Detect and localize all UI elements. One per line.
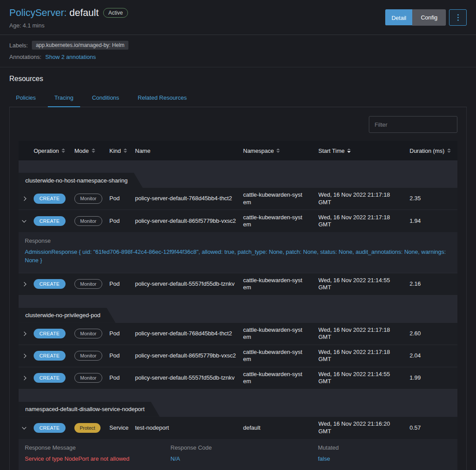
sort-icon xyxy=(124,148,127,153)
table-row[interactable]: CREATE Monitor Pod policy-server-default… xyxy=(19,273,457,295)
name-cell: policy-server-default-865f5779bb-vxsc2 xyxy=(135,352,243,359)
kebab-icon xyxy=(457,14,459,16)
group-band: clusterwide-no-host-namespace-sharing xyxy=(19,160,457,188)
mode-badge: Monitor xyxy=(74,329,102,338)
chevron-down-icon[interactable] xyxy=(22,425,26,429)
table-row[interactable]: CREATE Monitor Pod policy-server-default… xyxy=(19,345,457,367)
labels-row: Labels: app.kubernetes.io/managed-by: He… xyxy=(9,41,467,50)
response-label: Response xyxy=(25,237,451,244)
mode-badge: Monitor xyxy=(74,351,102,361)
config-button[interactable]: Config xyxy=(412,9,446,26)
column-header-namespace[interactable]: Namespace xyxy=(243,148,318,154)
column-label: Duration (ms) xyxy=(410,148,445,154)
response-code-value: N/A xyxy=(170,455,318,463)
label-chip: app.kubernetes.io/managed-by: Helm xyxy=(32,41,128,50)
response-code-label: Response Code xyxy=(170,444,318,451)
chevron-right-icon[interactable] xyxy=(22,353,26,358)
group-tab: clusterwide-no-host-namespace-sharing xyxy=(19,173,143,188)
mutated-value: false xyxy=(318,455,457,463)
sort-icon xyxy=(276,148,280,153)
kind-cell: Pod xyxy=(109,330,135,337)
name-cell: policy-server-default-5557fd55db-tznkv xyxy=(135,280,243,287)
start-time-cell: Wed, 16 Nov 2022 21:17:18 GMT xyxy=(318,349,410,363)
group-name: namespaced-default-disallow-service-node… xyxy=(25,406,145,412)
tab-conditions[interactable]: Conditions xyxy=(85,89,126,107)
chevron-down-icon[interactable] xyxy=(22,218,26,223)
namespace-cell: cattle-kubewarden-system xyxy=(243,349,318,363)
tab-policies[interactable]: Policies xyxy=(9,89,43,107)
name-cell: policy-server-default-5557fd55db-tznkv xyxy=(135,374,243,381)
chevron-right-icon[interactable] xyxy=(22,376,26,380)
header-actions: Detail Config xyxy=(385,9,467,26)
column-header-start-time[interactable]: Start Time xyxy=(318,148,410,154)
kind-cell: Pod xyxy=(109,352,135,359)
column-header-operation[interactable]: Operation xyxy=(34,148,74,154)
masthead-left: PolicyServer: default Active Age: 4.1 mi… xyxy=(9,7,128,29)
column-header-kind[interactable]: Kind xyxy=(109,148,135,154)
tab-related-resources[interactable]: Related Resources xyxy=(131,89,193,107)
row-detail-response: Response Message Service of type NodePor… xyxy=(19,439,457,470)
operation-badge: CREATE xyxy=(34,373,66,383)
mode-badge: Monitor xyxy=(74,279,102,289)
column-label: Namespace xyxy=(243,148,274,154)
resources-tabs-container: Policies Tracing Conditions Related Reso… xyxy=(9,89,467,470)
column-header-name[interactable]: Name xyxy=(135,148,243,154)
annotations-label: Annotations: xyxy=(9,54,41,60)
show-annotations-link[interactable]: Show 2 annotations xyxy=(45,54,96,60)
resources-heading: Resources xyxy=(0,67,476,89)
table-row[interactable]: CREATE Monitor Pod policy-server-default… xyxy=(19,210,457,232)
filter-input[interactable] xyxy=(369,116,457,133)
start-time-cell: Wed, 16 Nov 2022 21:17:18 GMT xyxy=(318,214,410,229)
mode-badge: Monitor xyxy=(74,194,102,203)
duration-cell: 2.60 xyxy=(410,330,457,337)
table-row[interactable]: CREATE Monitor Pod policy-server-default… xyxy=(19,323,457,345)
view-toggle-group: Detail Config xyxy=(385,9,446,26)
mode-badge: Monitor xyxy=(74,373,102,383)
chevron-right-icon[interactable] xyxy=(22,197,26,201)
table-row[interactable]: CREATE Monitor Pod policy-server-default… xyxy=(19,188,457,210)
duration-cell: 1.99 xyxy=(410,374,457,381)
name-cell: policy-server-default-865f5779bb-vxsc2 xyxy=(135,218,243,225)
response-message-value: Service of type NodePort are not allowed xyxy=(25,455,170,463)
mutated-block: Mutated false xyxy=(318,444,457,463)
namespace-cell: default xyxy=(243,424,318,431)
page-title: PolicyServer: default xyxy=(9,7,99,19)
operation-badge: CREATE xyxy=(34,194,66,203)
sort-icon xyxy=(92,148,95,153)
column-header-duration[interactable]: Duration (ms) xyxy=(410,148,457,154)
actions-menu-button[interactable] xyxy=(449,9,467,26)
name-cell: test-nodeport xyxy=(135,424,243,431)
resource-type-label: PolicyServer: xyxy=(9,7,67,18)
table-header-row: Operation Mode Kind Name Namespace xyxy=(19,141,457,160)
resource-name-label: default xyxy=(70,7,99,18)
duration-cell: 1.94 xyxy=(410,218,457,225)
start-time-cell: Wed, 16 Nov 2022 21:16:20 GMT xyxy=(318,420,410,435)
name-cell: policy-server-default-768d45bb4-thct2 xyxy=(135,330,243,337)
duration-cell: 2.04 xyxy=(410,352,457,359)
start-time-cell: Wed, 16 Nov 2022 21:14:55 GMT xyxy=(318,277,410,291)
tracing-tab-panel: Operation Mode Kind Name Namespace xyxy=(9,107,467,470)
table-row[interactable]: CREATE Protect Service test-nodeport def… xyxy=(19,417,457,439)
sort-icon-active xyxy=(347,148,351,153)
chevron-right-icon[interactable] xyxy=(22,331,26,336)
detail-button[interactable]: Detail xyxy=(385,9,412,26)
tracing-table: Operation Mode Kind Name Namespace xyxy=(19,141,457,470)
table-row[interactable]: CREATE Monitor Pod policy-server-default… xyxy=(19,367,457,389)
kebab-icon xyxy=(457,19,459,21)
tab-tracing[interactable]: Tracing xyxy=(48,89,80,107)
kind-cell: Pod xyxy=(109,218,135,225)
column-header-mode[interactable]: Mode xyxy=(74,148,109,154)
chevron-right-icon[interactable] xyxy=(22,282,26,286)
kebab-icon xyxy=(457,17,459,18)
age-label: Age: 4.1 mins xyxy=(9,22,128,29)
tab-strip: Policies Tracing Conditions Related Reso… xyxy=(9,89,467,107)
response-message-block: Response Message Service of type NodePor… xyxy=(25,444,170,463)
group-band: clusterwide-no-privileged-pod xyxy=(19,295,457,323)
labels-label: Labels: xyxy=(9,42,28,49)
operation-badge: CREATE xyxy=(34,216,66,226)
namespace-cell: cattle-kubewarden-system xyxy=(243,214,318,229)
group-name: clusterwide-no-host-namespace-sharing xyxy=(25,177,128,184)
operation-badge: CREATE xyxy=(34,279,66,289)
sort-icon xyxy=(62,148,65,153)
mode-badge: Monitor xyxy=(74,216,102,226)
